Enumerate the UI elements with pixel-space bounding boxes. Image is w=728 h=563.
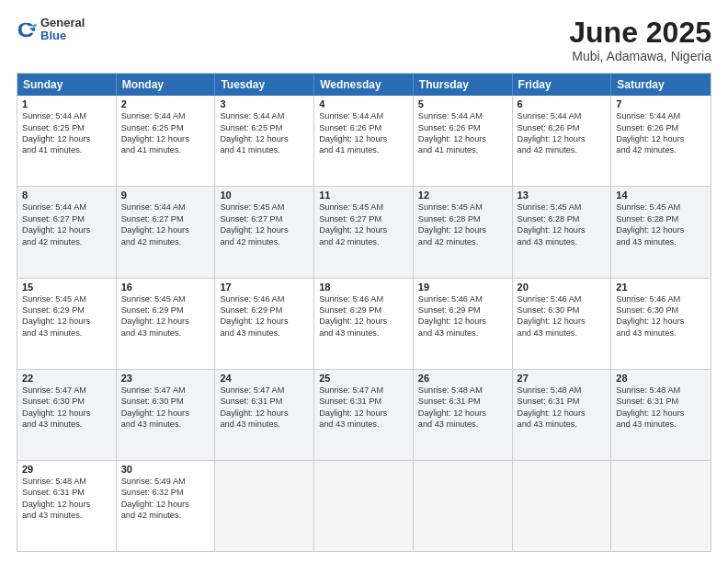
cell-line: and 41 minutes. <box>22 144 111 155</box>
cell-line: Daylight: 12 hours <box>121 133 210 144</box>
cell-line: Sunrise: 5:45 AM <box>121 293 210 304</box>
calendar-week: 29Sunrise: 5:48 AMSunset: 6:31 PMDayligh… <box>17 460 711 551</box>
calendar-cell: 19Sunrise: 5:46 AMSunset: 6:29 PMDayligh… <box>414 279 513 369</box>
calendar-cell: 29Sunrise: 5:48 AMSunset: 6:31 PMDayligh… <box>17 461 117 551</box>
cell-line: and 41 minutes. <box>121 144 210 155</box>
cell-line: Sunset: 6:30 PM <box>22 396 111 407</box>
day-number: 5 <box>418 98 507 109</box>
logo-general: General <box>40 17 85 29</box>
cell-line: Sunrise: 5:45 AM <box>220 201 309 213</box>
calendar-cell <box>414 461 513 551</box>
cell-line: Sunrise: 5:47 AM <box>319 385 408 396</box>
calendar-cell <box>513 461 612 551</box>
cell-line: Sunset: 6:28 PM <box>518 213 607 224</box>
weekday-header: Friday <box>513 74 612 96</box>
page-header: General Blue June 2025 Mubi, Adamawa, Ni… <box>17 17 711 63</box>
calendar-cell: 9Sunrise: 5:44 AMSunset: 6:27 PMDaylight… <box>117 187 216 277</box>
day-number: 8 <box>22 190 111 201</box>
cell-line: Sunset: 6:26 PM <box>616 122 706 133</box>
cell-line: Sunrise: 5:45 AM <box>616 201 706 213</box>
cell-line: Sunset: 6:26 PM <box>319 122 408 133</box>
cell-line: Daylight: 12 hours <box>220 408 309 419</box>
cell-line: Sunset: 6:31 PM <box>220 396 309 407</box>
cell-line: Sunrise: 5:44 AM <box>121 110 210 121</box>
cell-line: and 41 minutes. <box>418 144 507 155</box>
cell-line: Daylight: 12 hours <box>319 133 408 144</box>
logo-blue: Blue <box>40 29 85 42</box>
day-number: 19 <box>418 282 507 293</box>
calendar-cell: 18Sunrise: 5:46 AMSunset: 6:29 PMDayligh… <box>314 279 414 369</box>
cell-line: Sunrise: 5:46 AM <box>220 293 309 304</box>
cell-line: Sunset: 6:27 PM <box>22 213 111 224</box>
cell-line: Sunset: 6:27 PM <box>121 213 210 224</box>
calendar-header: SundayMondayTuesdayWednesdayThursdayFrid… <box>17 74 711 96</box>
calendar-cell <box>314 461 414 551</box>
calendar-cell: 28Sunrise: 5:48 AMSunset: 6:31 PMDayligh… <box>611 370 711 460</box>
day-number: 21 <box>616 282 706 293</box>
cell-line: and 43 minutes. <box>418 419 507 430</box>
cell-line: Sunset: 6:28 PM <box>418 213 507 224</box>
cell-line: Sunrise: 5:45 AM <box>418 201 507 213</box>
cell-line: Sunset: 6:29 PM <box>22 304 111 316</box>
cell-line: Sunset: 6:29 PM <box>418 304 507 316</box>
calendar-cell <box>215 461 314 551</box>
cell-line: Daylight: 12 hours <box>616 316 706 327</box>
calendar-week: 1Sunrise: 5:44 AMSunset: 6:25 PMDaylight… <box>17 96 711 186</box>
calendar-cell: 27Sunrise: 5:48 AMSunset: 6:31 PMDayligh… <box>513 370 612 460</box>
cell-line: and 43 minutes. <box>319 327 408 339</box>
cell-line: and 41 minutes. <box>319 144 408 155</box>
logo-text: General Blue <box>40 17 85 43</box>
cell-line: and 43 minutes. <box>518 236 607 247</box>
calendar-cell: 12Sunrise: 5:45 AMSunset: 6:28 PMDayligh… <box>414 187 513 277</box>
weekday-header: Sunday <box>17 74 117 96</box>
cell-line: and 42 minutes. <box>319 236 408 247</box>
day-number: 9 <box>121 190 210 201</box>
cell-line: Sunrise: 5:45 AM <box>319 201 408 213</box>
cell-line: Sunset: 6:31 PM <box>616 396 706 407</box>
cell-line: Sunset: 6:28 PM <box>616 213 706 224</box>
day-number: 17 <box>220 282 309 293</box>
calendar-cell: 21Sunrise: 5:46 AMSunset: 6:30 PMDayligh… <box>611 279 711 369</box>
cell-line: Sunrise: 5:48 AM <box>418 385 507 396</box>
cell-line: Sunset: 6:25 PM <box>22 122 111 133</box>
cell-line: and 43 minutes. <box>616 236 706 247</box>
cell-line: Sunset: 6:30 PM <box>616 304 706 316</box>
cell-line: Daylight: 12 hours <box>220 133 309 144</box>
cell-line: Daylight: 12 hours <box>319 408 408 419</box>
calendar-cell: 25Sunrise: 5:47 AMSunset: 6:31 PMDayligh… <box>314 370 414 460</box>
cell-line: Daylight: 12 hours <box>319 224 408 236</box>
cell-line: Sunrise: 5:47 AM <box>121 385 210 396</box>
cell-line: Daylight: 12 hours <box>22 408 111 419</box>
cell-line: Sunset: 6:31 PM <box>319 396 408 407</box>
cell-line: Sunset: 6:29 PM <box>121 304 210 316</box>
cell-line: Daylight: 12 hours <box>121 408 210 419</box>
calendar-body: 1Sunrise: 5:44 AMSunset: 6:25 PMDaylight… <box>17 96 711 551</box>
cell-line: Daylight: 12 hours <box>518 133 607 144</box>
cell-line: Daylight: 12 hours <box>22 133 111 144</box>
cell-line: and 43 minutes. <box>22 510 111 521</box>
day-number: 2 <box>121 98 210 109</box>
cell-line: Sunset: 6:29 PM <box>319 304 408 316</box>
calendar-cell: 17Sunrise: 5:46 AMSunset: 6:29 PMDayligh… <box>215 279 314 369</box>
calendar-cell: 10Sunrise: 5:45 AMSunset: 6:27 PMDayligh… <box>215 187 314 277</box>
cell-line: Daylight: 12 hours <box>121 224 210 236</box>
day-number: 20 <box>518 282 607 293</box>
cell-line: Daylight: 12 hours <box>518 224 607 236</box>
cell-line: Daylight: 12 hours <box>220 316 309 327</box>
day-number: 30 <box>121 464 210 475</box>
cell-line: and 43 minutes. <box>518 419 607 430</box>
cell-line: Sunset: 6:30 PM <box>518 304 607 316</box>
cell-line: Sunset: 6:25 PM <box>220 122 309 133</box>
cell-line: and 41 minutes. <box>220 144 309 155</box>
calendar-cell: 24Sunrise: 5:47 AMSunset: 6:31 PMDayligh… <box>215 370 314 460</box>
cell-line: and 43 minutes. <box>616 327 706 339</box>
cell-line: Daylight: 12 hours <box>616 408 706 419</box>
calendar-cell: 2Sunrise: 5:44 AMSunset: 6:25 PMDaylight… <box>117 96 216 186</box>
weekday-header: Tuesday <box>215 74 314 96</box>
title-block: June 2025 Mubi, Adamawa, Nigeria <box>569 17 711 63</box>
day-number: 12 <box>418 190 507 201</box>
cell-line: and 42 minutes. <box>518 144 607 155</box>
logo: General Blue <box>17 17 85 43</box>
cell-line: and 43 minutes. <box>220 419 309 430</box>
calendar-cell: 4Sunrise: 5:44 AMSunset: 6:26 PMDaylight… <box>314 96 414 186</box>
